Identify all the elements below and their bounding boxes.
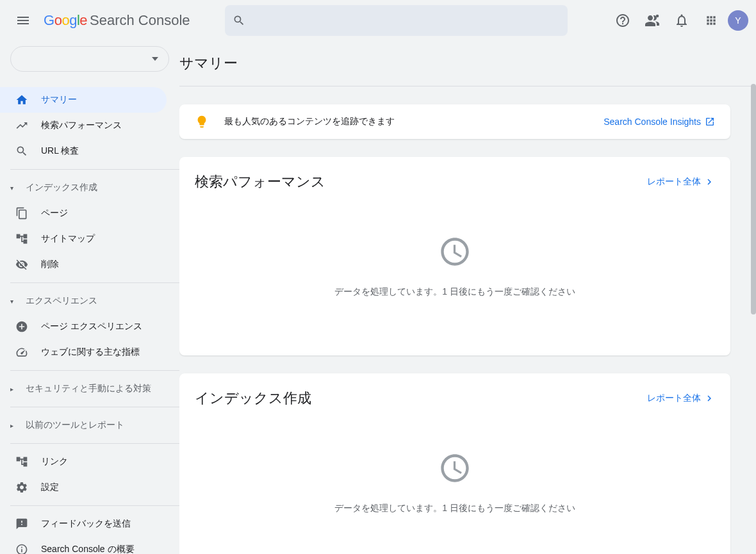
- nav-divider: [10, 370, 179, 371]
- sidebar-item-sitemaps[interactable]: サイトマップ: [0, 226, 167, 252]
- lightbulb-icon: [195, 115, 209, 129]
- sidebar-item-label: ページ エクスペリエンス: [41, 321, 142, 332]
- search-box[interactable]: [225, 5, 568, 36]
- sitemap-icon: [15, 232, 28, 245]
- scrollbar[interactable]: [751, 84, 756, 314]
- sidebar-item-label: 削除: [41, 259, 59, 270]
- nav-divider: [10, 505, 179, 506]
- insights-text: 最も人気のあるコンテンツを追跡できます: [224, 116, 588, 127]
- home-icon: [15, 94, 28, 106]
- sidebar-item-pages[interactable]: ページ: [0, 200, 167, 226]
- nav-group-security[interactable]: ▸ セキュリティと手動による対策: [0, 376, 179, 402]
- plus-circle-icon: [15, 320, 28, 333]
- clock-icon: [438, 235, 472, 268]
- feedback-icon: [15, 517, 28, 530]
- app-header: Google Search Console Y: [0, 0, 756, 41]
- visibility-off-icon: [15, 258, 28, 271]
- sidebar-item-removals[interactable]: 削除: [0, 252, 167, 277]
- trending-icon: [15, 119, 28, 132]
- search-input[interactable]: [253, 15, 560, 27]
- main-content: サマリー 最も人気のあるコンテンツを追跡できます Search Console …: [179, 41, 756, 554]
- sidebar-item-settings[interactable]: 設定: [0, 475, 167, 500]
- sidebar-item-label: 設定: [41, 482, 59, 493]
- product-name: Search Console: [90, 12, 190, 29]
- link-icon: [15, 455, 28, 468]
- sidebar-item-core-web-vitals[interactable]: ウェブに関する主な指標: [0, 339, 167, 365]
- sidebar-item-label: リンク: [41, 456, 68, 468]
- chevron-right-icon: ▸: [10, 386, 18, 393]
- insights-link[interactable]: Search Console Insights: [604, 117, 715, 127]
- nav-group-title: インデックス作成: [26, 182, 97, 193]
- card-link-label: レポート全体: [647, 393, 701, 404]
- card-link-label: レポート全体: [647, 176, 701, 188]
- account-avatar[interactable]: Y: [728, 10, 748, 31]
- chevron-down-icon: ▾: [10, 298, 18, 305]
- nav-divider: [10, 443, 179, 444]
- product-logo[interactable]: Google Search Console: [44, 12, 190, 29]
- chevron-down-icon: ▾: [10, 184, 18, 191]
- property-selector[interactable]: [10, 46, 169, 72]
- sidebar-item-about[interactable]: Search Console の概要: [0, 537, 167, 554]
- sidebar-item-page-experience[interactable]: ページ エクスペリエンス: [0, 314, 167, 339]
- nav-group-experience[interactable]: ▾ エクスペリエンス: [0, 288, 179, 314]
- speed-icon: [15, 346, 28, 359]
- help-icon[interactable]: [610, 8, 636, 33]
- sidebar-item-label: ページ: [41, 208, 68, 219]
- svg-point-0: [656, 15, 659, 18]
- nav-group-title: エクスペリエンス: [26, 295, 97, 307]
- nav-divider: [10, 169, 179, 170]
- sidebar-item-label: ウェブに関する主な指標: [41, 346, 140, 358]
- page-title: サマリー: [179, 41, 756, 86]
- sidebar-item-label: サイトマップ: [41, 233, 95, 245]
- sidebar-item-label: URL 検査: [41, 145, 79, 157]
- clock-icon: [438, 452, 472, 485]
- google-logo: Google: [44, 12, 87, 29]
- nav-group-title: セキュリティと手動による対策: [26, 383, 151, 395]
- nav-divider: [10, 282, 179, 283]
- nav-divider: [10, 407, 179, 407]
- chevron-right-icon: [703, 176, 715, 188]
- sidebar-item-feedback[interactable]: フィードバックを送信: [0, 511, 167, 537]
- sidebar-item-summary[interactable]: サマリー: [0, 87, 167, 113]
- apps-icon[interactable]: [698, 8, 724, 33]
- sidebar-item-label: サマリー: [41, 94, 77, 106]
- divider: [179, 86, 756, 86]
- insights-link-label: Search Console Insights: [604, 117, 701, 127]
- card-title: インデックス作成: [195, 389, 311, 408]
- info-icon: [15, 543, 28, 554]
- sidebar-item-label: 検索パフォーマンス: [41, 120, 122, 131]
- pages-icon: [15, 207, 28, 220]
- chevron-down-icon: [152, 57, 158, 61]
- sidebar: サマリー 検索パフォーマンス URL 検査 ▾ インデックス作成 ページ: [0, 41, 179, 554]
- performance-card: 検索パフォーマンス レポート全体 データを処理しています。1 日後にもう一度ご確…: [179, 157, 730, 355]
- sidebar-item-links[interactable]: リンク: [0, 449, 167, 475]
- card-title: 検索パフォーマンス: [195, 172, 325, 191]
- indexing-card: インデックス作成 レポート全体 データを処理しています。1 日後にもう一度ご確認…: [179, 373, 730, 554]
- notifications-icon[interactable]: [669, 8, 694, 33]
- search-icon: [233, 14, 245, 27]
- open-in-new-icon: [705, 117, 715, 127]
- sidebar-item-performance[interactable]: 検索パフォーマンス: [0, 113, 167, 138]
- chevron-right-icon: ▸: [10, 422, 18, 429]
- nav-group-legacy[interactable]: ▸ 以前のツールとレポート: [0, 412, 179, 438]
- empty-state-text: データを処理しています。1 日後にもう一度ご確認ください: [334, 503, 575, 514]
- nav-group-indexing[interactable]: ▾ インデックス作成: [0, 175, 179, 200]
- users-icon[interactable]: [639, 8, 665, 33]
- insights-card: 最も人気のあるコンテンツを追跡できます Search Console Insig…: [179, 104, 730, 139]
- full-report-link[interactable]: レポート全体: [647, 176, 715, 188]
- gear-icon: [15, 481, 28, 494]
- full-report-link[interactable]: レポート全体: [647, 393, 715, 404]
- menu-icon[interactable]: [8, 5, 38, 36]
- nav-group-title: 以前のツールとレポート: [26, 420, 124, 431]
- sidebar-item-url-inspect[interactable]: URL 検査: [0, 138, 167, 164]
- search-icon: [15, 145, 28, 158]
- sidebar-item-label: Search Console の概要: [41, 544, 135, 554]
- chevron-right-icon: [703, 393, 715, 404]
- empty-state-text: データを処理しています。1 日後にもう一度ご確認ください: [334, 286, 575, 298]
- sidebar-item-label: フィードバックを送信: [41, 518, 131, 530]
